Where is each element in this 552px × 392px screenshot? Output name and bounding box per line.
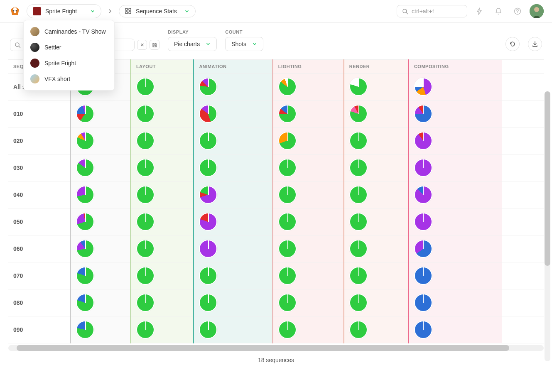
bolt-button[interactable] (472, 4, 486, 18)
user-avatar[interactable] (530, 4, 544, 18)
table-row[interactable]: 030 (8, 154, 544, 181)
pie-cell-all[interactable] (71, 316, 131, 343)
pie-cell-render[interactable] (344, 289, 409, 316)
pie-cell-animation[interactable] (194, 289, 272, 316)
project-selector[interactable]: Sprite Fright (27, 4, 101, 18)
pie-cell-layout[interactable] (131, 100, 194, 127)
pie-cell-animation[interactable] (194, 154, 272, 181)
pie-cell-lighting[interactable] (273, 262, 344, 289)
pie-cell-layout[interactable] (131, 181, 194, 208)
table-row[interactable]: 070 (8, 262, 544, 289)
pie-cell-layout[interactable] (131, 262, 194, 289)
col-render-header[interactable]: RENDER (344, 60, 409, 74)
pie-cell-compositing[interactable] (409, 235, 502, 262)
col-animation-header[interactable]: ANIMATION (194, 60, 272, 74)
table-row[interactable]: 080 (8, 289, 544, 316)
download-button[interactable] (528, 37, 542, 51)
pie-cell-animation[interactable] (194, 100, 272, 127)
pie-cell-compositing[interactable] (409, 208, 502, 235)
pie-cell-compositing[interactable] (409, 154, 502, 181)
pie-cell-animation[interactable] (194, 74, 272, 100)
sequence-name-cell[interactable]: 030 (8, 154, 71, 181)
sequence-name-cell[interactable]: 040 (8, 181, 71, 208)
pie-cell-lighting[interactable] (273, 235, 344, 262)
pie-cell-render[interactable] (344, 262, 409, 289)
pie-cell-layout[interactable] (131, 154, 194, 181)
pie-cell-all[interactable] (71, 262, 131, 289)
table-row[interactable]: 060 (8, 235, 544, 262)
pie-cell-compositing[interactable] (409, 316, 502, 343)
pie-cell-all[interactable] (71, 289, 131, 316)
pie-cell-compositing[interactable] (409, 127, 502, 154)
pie-cell-lighting[interactable] (273, 154, 344, 181)
project-dropdown-item[interactable]: VFX short (24, 71, 114, 87)
project-dropdown-item[interactable]: Settler (24, 39, 114, 55)
pie-cell-compositing[interactable] (409, 100, 502, 127)
pie-cell-render[interactable] (344, 316, 409, 343)
table-row[interactable]: 040 (8, 181, 544, 208)
pie-cell-lighting[interactable] (273, 208, 344, 235)
pie-cell-compositing[interactable] (409, 289, 502, 316)
pie-cell-animation[interactable] (194, 262, 272, 289)
pie-cell-all[interactable] (71, 154, 131, 181)
pie-cell-animation[interactable] (194, 208, 272, 235)
count-filter-select[interactable]: Shots (225, 37, 263, 51)
display-filter-select[interactable]: Pie charts (168, 37, 217, 51)
help-button[interactable] (510, 4, 525, 18)
pie-cell-compositing[interactable] (409, 74, 502, 100)
table-row[interactable]: 090 (8, 316, 544, 343)
sequence-name-cell[interactable]: 090 (8, 316, 71, 343)
pie-cell-all[interactable] (71, 127, 131, 154)
global-search[interactable]: ctrl+alt+f (397, 5, 467, 17)
sequence-name-cell[interactable]: 070 (8, 262, 71, 289)
pie-cell-layout[interactable] (131, 74, 194, 100)
save-filter-button[interactable] (150, 40, 159, 50)
horizontal-scrollbar[interactable] (8, 345, 544, 351)
pie-cell-render[interactable] (344, 235, 409, 262)
pie-cell-render[interactable] (344, 127, 409, 154)
sequence-name-cell[interactable]: 050 (8, 208, 71, 235)
pie-cell-lighting[interactable] (273, 316, 344, 343)
pie-cell-all[interactable] (71, 100, 131, 127)
table-row[interactable]: 020 (8, 127, 544, 154)
pie-cell-animation[interactable] (194, 181, 272, 208)
pie-cell-render[interactable] (344, 208, 409, 235)
app-logo[interactable] (8, 5, 22, 18)
pie-cell-layout[interactable] (131, 235, 194, 262)
pie-cell-layout[interactable] (131, 127, 194, 154)
col-layout-header[interactable]: LAYOUT (131, 60, 194, 74)
pie-cell-lighting[interactable] (273, 289, 344, 316)
pie-cell-animation[interactable] (194, 127, 272, 154)
vertical-scrollbar[interactable] (545, 91, 550, 361)
pie-cell-compositing[interactable] (409, 262, 502, 289)
pie-cell-render[interactable] (344, 74, 409, 100)
sequence-name-cell[interactable]: 080 (8, 289, 71, 316)
clear-filter-button[interactable]: ✕ (137, 40, 147, 50)
col-compositing-header[interactable]: COMPOSITING (409, 60, 502, 74)
pie-cell-render[interactable] (344, 100, 409, 127)
horizontal-scrollbar-thumb[interactable] (17, 345, 509, 351)
pie-cell-all[interactable] (71, 208, 131, 235)
table-row[interactable]: 010 (8, 100, 544, 127)
project-dropdown-item[interactable]: Sprite Fright (24, 55, 114, 71)
pie-cell-lighting[interactable] (273, 181, 344, 208)
pie-cell-layout[interactable] (131, 316, 194, 343)
refresh-button[interactable] (505, 37, 520, 51)
sequence-name-cell[interactable]: 010 (8, 100, 71, 127)
pie-cell-layout[interactable] (131, 208, 194, 235)
pie-cell-all[interactable] (71, 235, 131, 262)
pie-cell-lighting[interactable] (273, 74, 344, 100)
col-lighting-header[interactable]: LIGHTING (273, 60, 344, 74)
notifications-button[interactable] (491, 4, 505, 18)
pie-cell-layout[interactable] (131, 289, 194, 316)
pie-cell-animation[interactable] (194, 235, 272, 262)
pie-cell-lighting[interactable] (273, 100, 344, 127)
pie-cell-lighting[interactable] (273, 127, 344, 154)
pie-cell-render[interactable] (344, 181, 409, 208)
project-dropdown-item[interactable]: Caminandes - TV Show (24, 24, 114, 39)
pie-cell-compositing[interactable] (409, 181, 502, 208)
pie-cell-animation[interactable] (194, 316, 272, 343)
sequence-name-cell[interactable]: 060 (8, 235, 71, 262)
pie-cell-all[interactable] (71, 181, 131, 208)
sequence-name-cell[interactable]: 020 (8, 127, 71, 154)
